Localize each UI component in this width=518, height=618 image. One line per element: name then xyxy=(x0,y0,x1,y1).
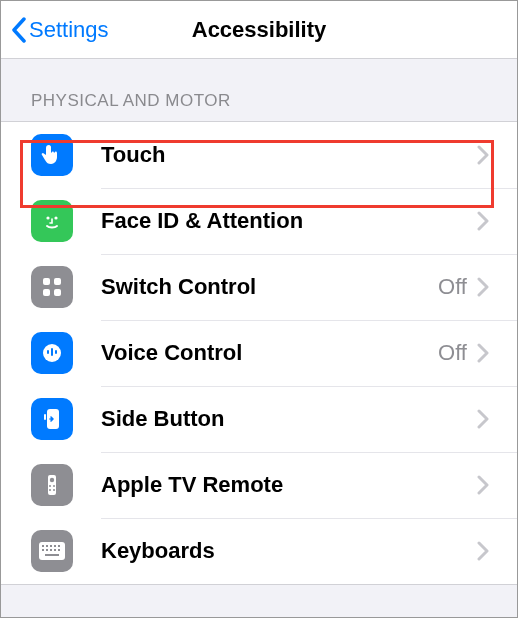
hand-tap-icon xyxy=(31,134,73,176)
row-label: Apple TV Remote xyxy=(73,472,467,498)
row-side-button[interactable]: Side Button xyxy=(1,386,517,452)
row-switch-control[interactable]: Switch Control Off xyxy=(1,254,517,320)
svg-point-11 xyxy=(50,478,54,482)
row-label: Keyboards xyxy=(73,538,467,564)
chevron-right-icon xyxy=(477,277,489,297)
back-button[interactable]: Settings xyxy=(1,17,109,43)
row-face-id[interactable]: Face ID & Attention xyxy=(1,188,517,254)
navbar: Settings Accessibility xyxy=(1,1,517,59)
svg-rect-21 xyxy=(58,545,60,547)
svg-point-12 xyxy=(49,485,51,487)
back-label: Settings xyxy=(29,17,109,43)
svg-rect-20 xyxy=(54,545,56,547)
voice-icon xyxy=(31,332,73,374)
grid-icon xyxy=(31,266,73,308)
svg-rect-24 xyxy=(50,549,52,551)
svg-rect-9 xyxy=(44,414,46,420)
chevron-right-icon xyxy=(477,475,489,495)
row-voice-control[interactable]: Voice Control Off xyxy=(1,320,517,386)
row-label: Switch Control xyxy=(73,274,438,300)
svg-rect-6 xyxy=(54,289,61,296)
svg-point-1 xyxy=(46,216,49,219)
row-value: Off xyxy=(438,340,467,366)
row-label: Touch xyxy=(73,142,467,168)
svg-point-14 xyxy=(49,489,51,491)
svg-rect-18 xyxy=(46,545,48,547)
side-button-icon xyxy=(31,398,73,440)
chevron-right-icon xyxy=(477,541,489,561)
svg-rect-25 xyxy=(54,549,56,551)
row-touch[interactable]: Touch xyxy=(1,122,517,188)
row-label: Voice Control xyxy=(73,340,438,366)
settings-list: Touch Face ID & Attention Switch Control… xyxy=(1,121,517,585)
svg-rect-22 xyxy=(42,549,44,551)
remote-icon xyxy=(31,464,73,506)
keyboard-icon xyxy=(31,530,73,572)
svg-rect-27 xyxy=(45,554,59,556)
svg-rect-23 xyxy=(46,549,48,551)
face-icon xyxy=(31,200,73,242)
row-apple-tv-remote[interactable]: Apple TV Remote xyxy=(1,452,517,518)
section-header: PHYSICAL AND MOTOR xyxy=(1,59,517,121)
svg-rect-3 xyxy=(43,278,50,285)
svg-rect-5 xyxy=(43,289,50,296)
svg-rect-19 xyxy=(50,545,52,547)
row-label: Face ID & Attention xyxy=(73,208,467,234)
row-value: Off xyxy=(438,274,467,300)
chevron-right-icon xyxy=(477,145,489,165)
row-keyboards[interactable]: Keyboards xyxy=(1,518,517,584)
chevron-right-icon xyxy=(477,211,489,231)
svg-point-13 xyxy=(53,485,55,487)
page-title: Accessibility xyxy=(192,17,327,43)
svg-point-2 xyxy=(54,216,57,219)
chevron-right-icon xyxy=(477,409,489,429)
svg-rect-4 xyxy=(54,278,61,285)
svg-rect-26 xyxy=(58,549,60,551)
svg-point-15 xyxy=(53,489,55,491)
row-label: Side Button xyxy=(73,406,467,432)
svg-rect-17 xyxy=(42,545,44,547)
chevron-left-icon xyxy=(11,17,27,43)
chevron-right-icon xyxy=(477,343,489,363)
